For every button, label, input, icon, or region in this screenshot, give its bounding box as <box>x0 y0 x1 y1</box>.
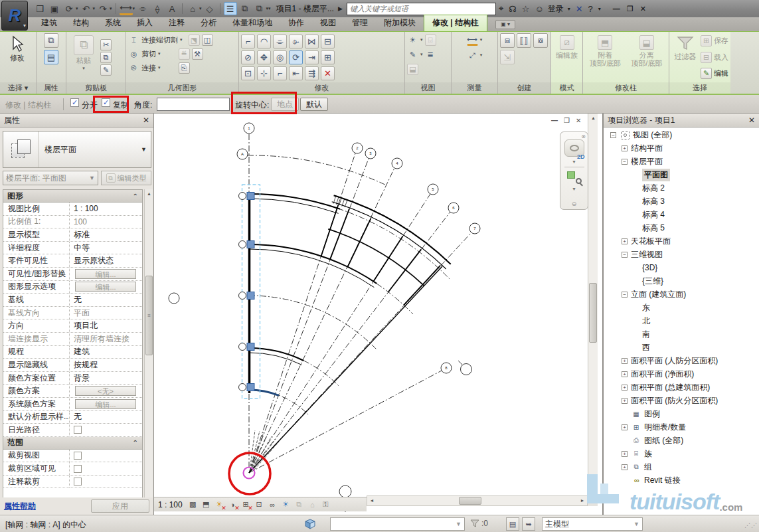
paint-icon[interactable]: ⎘ <box>179 62 190 74</box>
tree-item-10[interactable]: {3D} <box>604 261 759 274</box>
exchange-apps-icon[interactable]: ✕ <box>576 4 583 14</box>
property-value[interactable]: 100 <box>70 216 142 228</box>
restore-button[interactable]: ❐ <box>627 5 633 13</box>
tree-item-8[interactable]: +天花板平面 <box>604 234 759 248</box>
default-button[interactable]: 默认 <box>300 98 328 111</box>
selection-filter-status[interactable]: :0 <box>470 519 488 528</box>
horizontal-scrollbar[interactable]: ◄► <box>367 495 588 506</box>
panel-label-create[interactable]: 创建 <box>498 82 550 94</box>
panel-label-measure[interactable]: 测量 <box>452 82 497 94</box>
property-value[interactable]: 中等 <box>70 242 142 254</box>
split-gap-icon[interactable]: ⊟ <box>321 35 335 48</box>
tree-item-13[interactable]: 东 <box>604 301 759 314</box>
measure-icon-caret[interactable]: ▾ <box>133 6 135 11</box>
property-edit-button[interactable]: 编辑... <box>75 269 136 279</box>
tab-2[interactable]: 系统 <box>97 15 129 31</box>
tab-contextual[interactable]: 修改 | 结构柱 <box>424 15 487 31</box>
tree-item-6[interactable]: 标高 4 <box>604 208 759 221</box>
home-3d-icon[interactable]: ⌂ <box>186 2 199 15</box>
tree-item-2[interactable]: −楼层平面 <box>604 155 759 168</box>
tab-0[interactable]: 建筑 <box>33 15 65 31</box>
panel-label-view[interactable]: 视图 <box>405 82 451 94</box>
tab-10[interactable]: 附加模块 <box>376 15 424 31</box>
scale-icon[interactable]: ▩ <box>187 499 199 510</box>
tab-4[interactable]: 注释 <box>161 15 193 31</box>
collapse-icon[interactable]: − <box>622 159 628 165</box>
sun-path-icon[interactable]: ☀✕ <box>214 499 225 510</box>
render-icon[interactable]: ⌺ <box>425 35 436 46</box>
create-similar-icon[interactable]: ⧇ <box>533 33 548 48</box>
property-value[interactable]: 编辑... <box>70 268 142 280</box>
login-label[interactable]: 登录 <box>548 3 564 15</box>
trim-corner-icon[interactable]: ⌐ <box>273 66 287 80</box>
background-processes-button[interactable]: ➥ <box>522 517 535 531</box>
property-checkbox[interactable] <box>74 426 82 434</box>
create-assembly-icon[interactable]: ⇲ <box>500 50 515 64</box>
view-scale-button[interactable]: 1 : 100 <box>158 500 183 509</box>
sync-icon[interactable]: ⟳ <box>62 2 76 15</box>
expand-icon[interactable]: + <box>622 398 628 404</box>
thin-lines-icon[interactable]: ☰ <box>224 2 237 15</box>
scale-icon[interactable]: ⊡ <box>241 66 255 80</box>
panel-label-clipboard[interactable]: 剪贴板 <box>66 82 126 94</box>
tab-3[interactable]: 插入 <box>129 15 161 31</box>
redo-icon-caret[interactable]: ▾ <box>110 6 112 11</box>
tree-item-15[interactable]: 南 <box>604 327 759 341</box>
tab-1[interactable]: 结构 <box>65 15 97 31</box>
text-icon[interactable]: A <box>165 2 179 15</box>
view-restore-icon[interactable]: ❐ <box>564 117 570 124</box>
worksharing-icon[interactable]: ⧉ <box>294 499 305 510</box>
paste-button[interactable]: ⧉ 粘贴▾ <box>68 33 99 81</box>
mirror-pick-icon[interactable]: ⌯ <box>273 35 287 48</box>
tab-7[interactable]: 协作 <box>280 15 312 31</box>
rotate-icon[interactable]: ⟳ <box>289 50 303 64</box>
delete-icon[interactable]: ✕ <box>321 66 335 80</box>
application-menu-button[interactable]: R ▾ <box>1 1 28 31</box>
panel-label-selection[interactable]: 选择 <box>669 82 730 94</box>
expand-icon[interactable]: + <box>622 238 628 244</box>
align-icon[interactable]: ⌐ <box>241 35 255 48</box>
tab-5[interactable]: 分析 <box>193 15 224 31</box>
tree-item-19[interactable]: +面积平面 (总建筑面积) <box>604 381 759 394</box>
property-checkbox[interactable] <box>74 478 82 486</box>
property-value[interactable]: 编辑... <box>70 281 142 294</box>
panel-label-properties[interactable]: 属性 <box>37 82 66 94</box>
property-edit-button[interactable]: 编辑... <box>75 282 136 292</box>
unpin-icon[interactable]: ⊘ <box>241 50 255 64</box>
tree-item-4[interactable]: 标高 2 <box>604 181 759 195</box>
navbar-collapse-icon[interactable]: ⊖ <box>572 201 577 207</box>
worksets-combo[interactable]: ▼ <box>330 517 465 531</box>
measure-icon[interactable]: ⟷ <box>120 2 133 15</box>
undo-icon-caret[interactable]: ▾ <box>93 6 96 11</box>
mirror-axis-icon[interactable]: ⌱ <box>289 35 303 48</box>
search-input[interactable] <box>350 5 493 13</box>
properties-close-icon[interactable]: ✕ <box>143 116 149 125</box>
statusbar-resize-grip[interactable]: ⋰⋰ <box>744 522 758 529</box>
collapse-icon[interactable]: − <box>610 132 616 138</box>
edit-family-button[interactable]: ⧄ 编辑族 <box>553 33 580 81</box>
filter-button[interactable]: 过滤器 <box>671 33 699 81</box>
detach-top-bottom-button[interactable]: ⬓ 分离顶部/底部 <box>627 33 667 81</box>
move-icon[interactable]: ✥ <box>257 50 271 64</box>
section-icon[interactable]: ◇ <box>203 2 216 15</box>
login-caret-icon[interactable]: ▾ <box>568 6 570 12</box>
attach-top-bottom-button[interactable]: ⬒ 附着顶部/底部 <box>585 33 625 81</box>
temporary-hide-icon[interactable]: ☀ <box>280 499 292 510</box>
property-value[interactable]: 无 <box>70 294 142 306</box>
panel-label-select[interactable]: 选择 ▾ <box>0 82 36 94</box>
property-value[interactable] <box>70 450 142 462</box>
property-value[interactable]: 建筑 <box>70 346 142 359</box>
wall-joins-icon[interactable]: ≝ <box>179 48 190 60</box>
zoom-caret-icon[interactable]: ▼ <box>572 187 576 191</box>
tab-8[interactable]: 视图 <box>312 15 344 31</box>
angle-input[interactable] <box>157 98 230 111</box>
selection-save-button[interactable]: ⊞保存 <box>701 35 728 46</box>
property-value[interactable]: 清理所有墙连接 <box>70 333 142 345</box>
favorites-star-icon[interactable]: ☆ <box>522 4 530 14</box>
tree-item-3[interactable]: 平面图 <box>604 168 759 181</box>
crop-region-icon[interactable]: ⊡ <box>254 499 265 510</box>
panel-label-mode[interactable]: 模式 <box>551 82 582 94</box>
expand-icon[interactable]: + <box>622 464 628 470</box>
save-icon[interactable]: ▣ <box>48 2 61 15</box>
property-value[interactable]: 显示原状态 <box>70 254 142 267</box>
